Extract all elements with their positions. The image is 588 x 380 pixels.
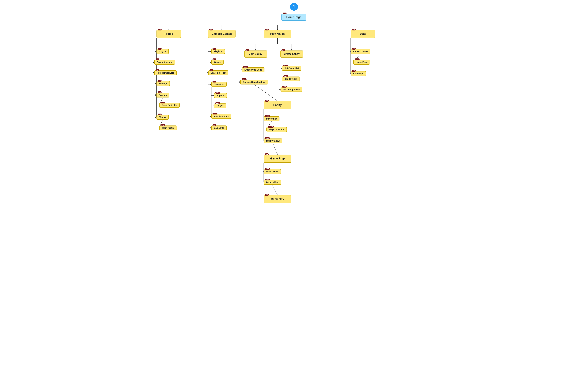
new-box[interactable]: 2.2.2New: [214, 103, 226, 108]
svg-marker-24: [210, 61, 211, 63]
stats-home-page-box[interactable]: 4.1.1Home Page: [353, 60, 370, 65]
forgot-password-box[interactable]: 1.3Forgot Password: [154, 70, 177, 75]
node-play-match: 3.0 Play Match: [264, 30, 291, 38]
svg-marker-13: [156, 95, 157, 96]
node-game-list: 2.2Game List: [211, 82, 227, 87]
game-prep-box[interactable]: 3.4 Game Prep: [264, 154, 291, 163]
play-match-box[interactable]: 3.0 Play Match: [264, 30, 291, 38]
svg-marker-58: [263, 140, 264, 142]
node-game-rules: 3.4.1Game Rules: [264, 169, 281, 174]
demo-video-box[interactable]: 3.4.2Demo Video: [264, 180, 281, 185]
badge-22: 2.2: [213, 81, 216, 82]
search-filter-box[interactable]: 0.0Search & Filter: [208, 70, 228, 75]
node-search-filter: 0.0Search & Filter: [208, 70, 228, 75]
badge-321: 3.2.1: [283, 65, 288, 66]
svg-marker-42: [241, 69, 242, 70]
your-favorites-box[interactable]: 2.2.3Your Favorites: [211, 114, 231, 119]
node-gameplay: 3.5 Gameplay: [264, 195, 291, 203]
team-profile-box[interactable]: 1.6.1Team Profile: [159, 126, 177, 130]
badge-342: 3.4.2: [265, 179, 270, 180]
friends-box[interactable]: 1.5Friends: [157, 93, 169, 97]
game-list-box[interactable]: 2.2Game List: [211, 82, 227, 87]
badge-sf: 0.0: [210, 69, 213, 71]
node-standings: 4.2Standings: [351, 71, 366, 76]
node-settings: 1.4Settings: [157, 81, 170, 86]
svg-marker-11: [156, 83, 157, 84]
standings-box[interactable]: 4.2Standings: [351, 71, 366, 76]
badge-311: 3.1.1: [243, 66, 248, 68]
recent-games-box[interactable]: 4.1Recent Games: [351, 49, 371, 54]
create-account-box[interactable]: 1.2Create Account: [154, 60, 175, 65]
node-set-lobby-rules: 3.2.3Set Lobby Rules: [280, 87, 302, 92]
svg-marker-67: [263, 182, 264, 183]
enter-invite-code-box[interactable]: 3.1.1Enter Invite Code: [242, 67, 264, 72]
badge-40: 4.0: [352, 29, 356, 30]
svg-line-62: [273, 143, 277, 154]
badge-42: 4.2: [352, 70, 356, 72]
player-list-box[interactable]: 3.3.1Player List: [264, 116, 279, 121]
create-lobby-box[interactable]: 3.2 Create Lobby: [280, 51, 303, 57]
settings-box[interactable]: 1.4Settings: [157, 81, 170, 86]
set-game-list-box[interactable]: 3.2.1Set Game List: [282, 66, 301, 71]
badge-12: 1.2: [156, 58, 159, 60]
stats-box[interactable]: 4.0 Stats: [351, 30, 375, 38]
svg-marker-15: [156, 117, 157, 118]
chat-window-box[interactable]: 3.3.2Chat Window: [264, 138, 282, 143]
players-profile-box[interactable]: 3.3.1.1Player's Profile: [266, 127, 287, 132]
game-info-box[interactable]: 2.3Game Info: [211, 126, 227, 130]
node-create-account: 1.2Create Account: [154, 60, 175, 65]
svg-marker-72: [350, 51, 351, 52]
node-game-prep: 3.4 Game Prep: [264, 154, 291, 163]
svg-marker-40: [291, 49, 292, 51]
badge-30: 3.0: [265, 29, 269, 30]
popular-box[interactable]: 2.2.1Popular: [214, 93, 227, 98]
node-enter-invite-code: 3.1.1Enter Invite Code: [242, 67, 264, 72]
queue-box[interactable]: 0.0Queue: [211, 60, 224, 65]
node-send-invites: 3.2.2Send Invites: [282, 76, 299, 81]
send-invites-box[interactable]: 3.2.2Send Invites: [282, 76, 299, 81]
svg-marker-74: [350, 73, 351, 74]
badge-00: 0.0: [283, 13, 287, 14]
set-lobby-rules-box[interactable]: 3.2.3Set Lobby Rules: [280, 87, 302, 92]
friends-profile-box[interactable]: 1.5.1Friend's Profile: [159, 103, 180, 108]
playlists-box[interactable]: 2.1Playlists: [211, 49, 225, 54]
node-team-profile: 1.6.1Team Profile: [159, 126, 177, 130]
svg-marker-26: [207, 72, 208, 74]
log-in-box[interactable]: 1.1Log In: [157, 49, 169, 54]
profile-box[interactable]: 1.0 Profile: [157, 30, 181, 38]
svg-line-53: [254, 84, 277, 101]
browse-open-lobbies-box[interactable]: 3.1.2Browse Open Lobbies: [240, 80, 268, 84]
diagram-number: 1: [290, 3, 298, 11]
badge-13: 1.3: [156, 69, 159, 71]
svg-marker-56: [263, 118, 264, 119]
badge-21: 2.1: [213, 48, 216, 50]
join-lobby-box[interactable]: 3.1 Join Lobby: [244, 51, 267, 57]
badge-14: 1.4: [158, 80, 161, 82]
node-player-list: 3.3.1Player List: [264, 116, 279, 121]
node-new: 2.2.2New: [214, 103, 226, 108]
svg-marker-9: [153, 72, 154, 74]
home-page-box[interactable]: 0.0 Home Page: [281, 14, 306, 21]
badge-3311: 3.3.1.1: [268, 126, 274, 128]
node-stats-home-page: 4.1.1Home Page: [353, 60, 370, 65]
svg-marker-49: [281, 78, 282, 80]
teams-box[interactable]: 1.6Teams: [157, 115, 169, 120]
game-rules-box[interactable]: 3.4.1Game Rules: [264, 169, 281, 174]
svg-marker-1: [221, 29, 222, 30]
badge-322: 3.2.2: [283, 75, 288, 77]
badge-223: 2.2.3: [213, 113, 217, 114]
svg-marker-0: [168, 29, 169, 30]
svg-marker-35: [213, 105, 214, 107]
node-browse-open-lobbies: 3.1.2Browse Open Lobbies: [240, 80, 268, 84]
node-profile: 1.0 Profile: [157, 30, 181, 38]
explore-games-box[interactable]: 2.0 Explore Games: [208, 30, 235, 38]
node-your-favorites: 2.2.3Your Favorites: [211, 114, 231, 119]
svg-marker-39: [255, 49, 256, 51]
svg-marker-37: [210, 116, 211, 117]
badge-16: 1.6: [158, 114, 161, 115]
badge-312: 3.1.2: [242, 78, 247, 80]
lobby-box[interactable]: 3.3 Lobby: [264, 101, 291, 109]
gameplay-box[interactable]: 3.5 Gameplay: [264, 195, 291, 203]
badge-15: 1.5: [158, 91, 161, 93]
badge-41: 4.1: [352, 48, 356, 50]
